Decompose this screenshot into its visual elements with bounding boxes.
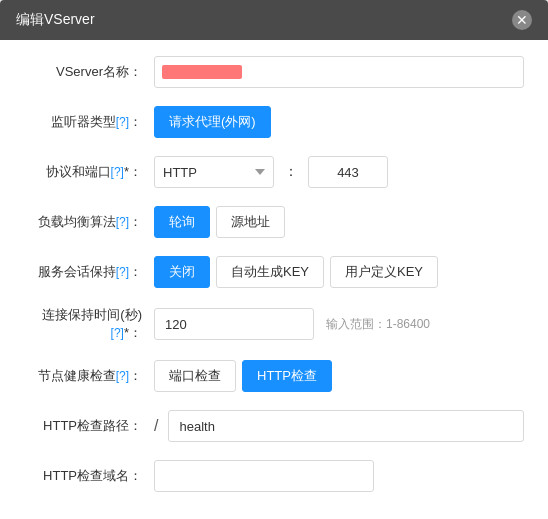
content-vserver-name: [154, 56, 524, 88]
row-lb: 负载均衡算法[?]： 轮询 源地址: [24, 206, 524, 238]
row-health: 节点健康检查[?]： 端口检查 HTTP检查: [24, 360, 524, 392]
health-http-check-button[interactable]: HTTP检查: [242, 360, 332, 392]
session-off-button[interactable]: 关闭: [154, 256, 210, 288]
row-protocol: 协议和端口[?]*： HTTP HTTPS TCP UDP ：: [24, 156, 524, 188]
colon-separator: ：: [284, 163, 298, 181]
keepalive-help[interactable]: [?]: [111, 326, 124, 340]
keepalive-input[interactable]: [154, 308, 314, 340]
row-http-domain: HTTP检查域名：: [24, 460, 524, 492]
content-keepalive: 输入范围：1-86400: [154, 308, 524, 340]
session-custom-key-button[interactable]: 用户定义KEY: [330, 256, 438, 288]
port-input[interactable]: [308, 156, 388, 188]
lb-round-robin-button[interactable]: 轮询: [154, 206, 210, 238]
label-session: 服务会话保持[?]：: [24, 263, 154, 281]
row-http-path: HTTP检查路径： /: [24, 410, 524, 442]
lb-help[interactable]: [?]: [116, 215, 129, 229]
content-http-domain: [154, 460, 524, 492]
protocol-select[interactable]: HTTP HTTPS TCP UDP: [154, 156, 274, 188]
monitor-type-help[interactable]: [?]: [116, 115, 129, 129]
label-http-path: HTTP检查路径：: [24, 417, 154, 435]
dialog-body: VServer名称： 监听器类型[?]： 请求代理(外网) 协议和端口[?]*：: [0, 40, 548, 519]
content-monitor-type: 请求代理(外网): [154, 106, 524, 138]
content-health: 端口检查 HTTP检查: [154, 360, 524, 392]
vserver-name-input[interactable]: [154, 56, 524, 88]
dialog-title: 编辑VServer: [16, 11, 95, 29]
label-keepalive: 连接保持时间(秒)[?]*：: [24, 306, 154, 342]
row-keepalive: 连接保持时间(秒)[?]*： 输入范围：1-86400: [24, 306, 524, 342]
monitor-type-button[interactable]: 请求代理(外网): [154, 106, 271, 138]
content-protocol: HTTP HTTPS TCP UDP ：: [154, 156, 524, 188]
close-icon: ✕: [516, 13, 528, 27]
label-protocol: 协议和端口[?]*：: [24, 163, 154, 181]
lb-source-addr-button[interactable]: 源地址: [216, 206, 285, 238]
health-help[interactable]: [?]: [116, 369, 129, 383]
row-vserver-name: VServer名称：: [24, 56, 524, 88]
dialog-edit-vserver: 编辑VServer ✕ VServer名称： 监听器类型[?]： 请求代理(外网…: [0, 0, 548, 519]
row-monitor-type: 监听器类型[?]： 请求代理(外网): [24, 106, 524, 138]
session-auto-key-button[interactable]: 自动生成KEY: [216, 256, 324, 288]
content-http-path: /: [154, 410, 524, 442]
dialog-header: 编辑VServer ✕: [0, 0, 548, 40]
keepalive-hint: 输入范围：1-86400: [326, 316, 430, 333]
content-session: 关闭 自动生成KEY 用户定义KEY: [154, 256, 524, 288]
http-path-input[interactable]: [168, 410, 524, 442]
http-domain-input[interactable]: [154, 460, 374, 492]
label-http-domain: HTTP检查域名：: [24, 467, 154, 485]
close-button[interactable]: ✕: [512, 10, 532, 30]
health-port-check-button[interactable]: 端口检查: [154, 360, 236, 392]
label-lb: 负载均衡算法[?]：: [24, 213, 154, 231]
label-health: 节点健康检查[?]：: [24, 367, 154, 385]
session-help[interactable]: [?]: [116, 265, 129, 279]
label-vserver-name: VServer名称：: [24, 63, 154, 81]
path-slash: /: [154, 417, 158, 435]
protocol-help[interactable]: [?]: [111, 165, 124, 179]
label-monitor-type: 监听器类型[?]：: [24, 113, 154, 131]
content-lb: 轮询 源地址: [154, 206, 524, 238]
row-session: 服务会话保持[?]： 关闭 自动生成KEY 用户定义KEY: [24, 256, 524, 288]
